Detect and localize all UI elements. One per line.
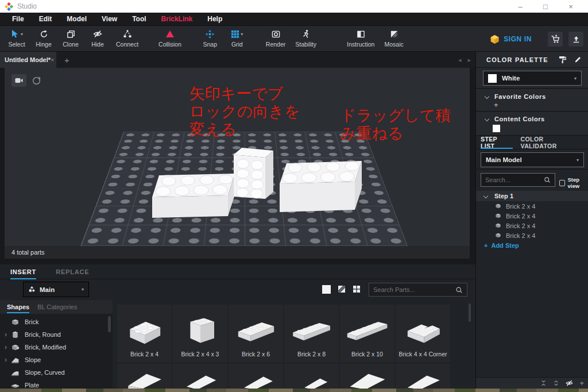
sign-in-button[interactable]: SIGN IN [490,34,532,44]
content-colors-row[interactable]: Content Colors [476,112,588,122]
insert-replace-tabs: INSERT REPLACE [0,264,475,279]
step-view-toggle[interactable]: Step view [559,176,588,189]
category-slope[interactable]: › Slope [0,353,113,366]
brick-icon [494,212,502,220]
add-step-button[interactable]: + Add Step [476,240,588,250]
tab-color-validator[interactable]: COLOR VALIDATOR [521,136,581,149]
step-item-brick[interactable]: Brick 2 x 4 [476,230,588,240]
stability-tool[interactable]: Stability [295,29,316,48]
step-panel-footer: + [476,377,588,389]
part-brick-2x6[interactable]: Brick 2 x 6 [229,305,283,362]
model-dropdown[interactable]: Main Model ▾ [481,152,584,167]
expand-all-icon[interactable] [553,380,559,386]
connect-tool[interactable]: Connect [116,29,138,48]
camera-view-button[interactable] [11,74,26,87]
step-item-brick[interactable]: Brick 2 x 4 [476,211,588,221]
part-brick-2x4[interactable]: Brick 2 x 4 [117,305,172,362]
tab-insert[interactable]: INSERT [10,264,36,279]
parts-scrollbar[interactable] [469,303,471,322]
tab-nav-right-icon[interactable]: ▸ [467,56,471,63]
parts-search-input[interactable] [373,286,455,293]
paint-roller-icon[interactable] [558,55,567,64]
menu-tool[interactable]: Tool [125,13,153,26]
color-dropdown[interactable]: White ▾ [483,71,582,86]
grid-tool[interactable]: ▾ Grid [229,29,246,48]
clone-tool[interactable]: Clone [62,29,79,48]
menu-bricklink[interactable]: BrickLink [154,13,200,26]
orbit-reset-button[interactable] [29,74,44,87]
expand-icon[interactable]: › [5,356,10,364]
upload-button[interactable] [568,32,583,47]
part-brick-2x8[interactable]: Brick 2 x 8 [284,305,339,362]
tab-bl-categories[interactable]: BL Categories [37,300,77,314]
minimize-button[interactable]: – [508,0,533,13]
part-cell-partial[interactable] [284,364,339,389]
menu-file[interactable]: File [5,13,32,26]
render-tool[interactable]: Render [266,29,285,48]
part-brick-2x10[interactable]: Brick 2 x 10 [340,305,394,362]
tab-untitled-model[interactable]: Untitled Model* × [0,52,56,68]
instruction-tool[interactable]: Instruction [347,29,374,48]
maximize-button[interactable]: □ [533,0,558,13]
category-slope-curved[interactable]: Slope, Curved [0,366,113,379]
camera-icon [14,76,24,85]
step-search-input[interactable] [485,176,544,183]
no-color-filter-icon[interactable] [338,285,346,293]
favorite-colors-row[interactable]: Favorite Colors [476,89,588,100]
desktop-background-strip [0,389,588,392]
part-cell-partial[interactable] [340,364,394,389]
category-brick[interactable]: Brick [0,316,113,328]
part-brick-4x4-corner[interactable]: Brick 4 x 4 Corner [396,305,450,362]
category-brick-round[interactable]: › Brick, Round [0,328,113,341]
collision-tool[interactable]: Collision [158,29,181,48]
edit-pencil-icon[interactable] [574,56,582,64]
tab-shapes[interactable]: Shapes [7,300,29,314]
new-tab-button[interactable]: + [64,55,69,68]
hide-steps-icon[interactable] [566,379,573,387]
cart-button[interactable] [548,32,563,47]
collapse-all-icon[interactable] [540,380,547,386]
tab-close-icon[interactable]: × [51,56,54,63]
search-icon [544,176,551,183]
step-1-row[interactable]: Step 1 [476,191,588,201]
part-thumb [233,366,279,389]
hinge-rotate-icon [40,30,48,39]
mosaic-tool[interactable]: Mosaic [384,29,403,48]
color-filter-swatch[interactable] [322,285,331,294]
expand-icon[interactable]: › [5,330,10,339]
part-cell-partial[interactable] [173,364,227,389]
search-icon [455,286,463,294]
add-icon[interactable]: + [579,379,584,387]
tab-nav-left-icon[interactable]: ◂ [458,56,462,63]
expand-icon[interactable]: › [5,343,10,351]
close-button[interactable]: × [558,0,583,13]
hide-tool[interactable]: Hide [89,29,106,48]
content-color-white-swatch[interactable] [493,125,500,132]
step-panel-tabs: STEP LIST COLOR VALIDATOR [476,136,588,149]
menu-view[interactable]: View [94,13,125,26]
tab-step-list[interactable]: STEP LIST [481,136,513,149]
sidebar-scrollbar[interactable] [108,316,111,332]
part-brick-2x4x3[interactable]: Brick 2 x 4 x 3 [173,305,227,362]
part-cell-partial[interactable] [229,364,283,389]
hinge-tool[interactable]: Hinge [35,29,52,48]
part-cell-partial[interactable] [396,364,450,389]
part-cell-partial[interactable] [117,364,172,389]
category-brick-modified[interactable]: › Brick, Modified [0,341,113,353]
menu-model[interactable]: Model [59,13,94,26]
grid-view-icon[interactable] [353,285,361,293]
snap-tool[interactable]: Snap [202,29,219,48]
viewport-canvas[interactable]: 矢印キーでブ ロックの向きを 変える ドラッグして積 み重ねる 4 total … [5,68,470,259]
add-favorite-color-button[interactable]: + [494,101,498,109]
title-bar: Studio – □ × [0,0,588,13]
menu-edit[interactable]: Edit [32,13,60,26]
select-tool[interactable]: ▾ Select [8,29,25,48]
step-view-checkbox [559,180,565,186]
orbit-icon [32,76,41,86]
step-item-brick[interactable]: Brick 2 x 4 [476,201,588,211]
menu-help[interactable]: Help [200,13,230,26]
tab-replace[interactable]: REPLACE [56,264,89,279]
group-dropdown[interactable]: Main ▾ [23,282,89,297]
total-parts-bar: 4 total parts [5,246,470,259]
step-item-brick[interactable]: Brick 2 x 4 [476,221,588,230]
